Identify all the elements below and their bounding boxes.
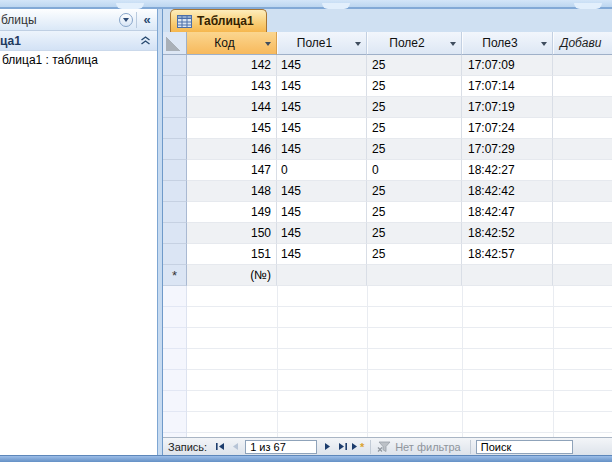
column-header-pole1[interactable]: Поле1 xyxy=(277,32,367,55)
cell-pole2[interactable]: 25 xyxy=(367,76,462,97)
cell-kod[interactable]: 151 xyxy=(187,244,277,265)
new-record-button[interactable]: * xyxy=(350,440,365,454)
record-selector[interactable] xyxy=(163,223,187,244)
cell-pole1[interactable]: 145 xyxy=(277,223,367,244)
previous-record-button[interactable] xyxy=(227,440,242,454)
column-dropdown-icon[interactable] xyxy=(265,42,271,46)
cell-pole1[interactable]: 145 xyxy=(277,118,367,139)
filter-button[interactable] xyxy=(376,440,391,454)
cell-pole2[interactable]: 25 xyxy=(367,118,462,139)
cell-add[interactable] xyxy=(553,181,612,202)
cell-kod[interactable]: 144 xyxy=(187,97,277,118)
column-dropdown-icon[interactable] xyxy=(450,42,456,46)
cell-kod[interactable]: 147 xyxy=(187,160,277,181)
record-selector[interactable] xyxy=(163,97,187,118)
cell-pole3[interactable]: 18:42:27 xyxy=(462,160,553,181)
last-record-button[interactable] xyxy=(335,440,350,454)
cell-pole3[interactable]: 17:07:09 xyxy=(462,55,553,76)
column-header-label: Поле2 xyxy=(389,36,424,50)
cell-kod[interactable]: (№) xyxy=(187,265,277,286)
cell-pole2[interactable]: 25 xyxy=(367,97,462,118)
cell-add[interactable] xyxy=(553,76,612,97)
cell-kod[interactable]: 142 xyxy=(187,55,277,76)
shutter-bar-close-button[interactable]: « xyxy=(137,9,157,30)
cell-add[interactable] xyxy=(553,118,612,139)
cell-kod[interactable]: 145 xyxy=(187,118,277,139)
cell-pole3[interactable]: 18:42:52 xyxy=(462,223,553,244)
column-header-label: Поле1 xyxy=(297,36,332,50)
record-label: Запись: xyxy=(168,441,207,453)
cell-pole3[interactable]: 18:42:47 xyxy=(462,202,553,223)
record-selector[interactable]: * xyxy=(163,265,187,286)
nav-group-header[interactable]: ца1 xyxy=(0,31,157,51)
column-dropdown-icon[interactable] xyxy=(541,42,547,46)
cell-pole3[interactable]: 18:42:42 xyxy=(462,181,553,202)
cell-pole3[interactable]: 17:07:24 xyxy=(462,118,553,139)
record-selector[interactable] xyxy=(163,202,187,223)
cell-pole1[interactable]: 145 xyxy=(277,76,367,97)
cell-pole2[interactable]: 25 xyxy=(367,202,462,223)
cell-pole1[interactable]: 145 xyxy=(277,55,367,76)
nav-pane-header[interactable]: блицы « xyxy=(0,9,157,31)
cell-pole2[interactable]: 25 xyxy=(367,244,462,265)
cell-pole2[interactable]: 0 xyxy=(367,160,462,181)
table-row: 1431452517:07:14 xyxy=(163,76,612,97)
record-selector[interactable] xyxy=(163,55,187,76)
cell-pole1[interactable]: 0 xyxy=(277,160,367,181)
cell-pole1[interactable] xyxy=(277,265,367,286)
column-dropdown-icon[interactable] xyxy=(355,42,361,46)
cell-add[interactable] xyxy=(553,265,612,286)
tab-table1[interactable]: Таблица1 xyxy=(170,9,267,32)
cell-kod[interactable]: 146 xyxy=(187,139,277,160)
cell-add[interactable] xyxy=(553,55,612,76)
cell-add[interactable] xyxy=(553,223,612,244)
cell-pole1[interactable]: 145 xyxy=(277,244,367,265)
cell-pole1[interactable]: 145 xyxy=(277,97,367,118)
cell-add[interactable] xyxy=(553,160,612,181)
record-selector[interactable] xyxy=(163,181,187,202)
cell-kod[interactable]: 150 xyxy=(187,223,277,244)
column-header-add[interactable]: Добави xyxy=(553,32,612,55)
record-selector[interactable] xyxy=(163,160,187,181)
cell-pole1[interactable]: 145 xyxy=(277,181,367,202)
cell-pole2[interactable]: 25 xyxy=(367,139,462,160)
select-all-corner[interactable] xyxy=(163,32,187,55)
cell-kod[interactable]: 149 xyxy=(187,202,277,223)
table-row: 1511452518:42:57 xyxy=(163,244,612,265)
cell-kod[interactable]: 148 xyxy=(187,181,277,202)
cell-add[interactable] xyxy=(553,202,612,223)
new-record-icon xyxy=(351,442,359,451)
cell-pole1[interactable]: 145 xyxy=(277,202,367,223)
cell-pole3[interactable]: 17:07:29 xyxy=(462,139,553,160)
cell-pole2[interactable] xyxy=(367,265,462,286)
column-header-kod[interactable]: Код xyxy=(187,32,277,55)
column-header-label: Код xyxy=(214,36,234,50)
nav-item-table1[interactable]: блица1 : таблица xyxy=(0,51,157,70)
cell-pole1[interactable]: 145 xyxy=(277,139,367,160)
cell-pole3[interactable] xyxy=(462,265,553,286)
column-header-pole2[interactable]: Поле2 xyxy=(367,32,462,55)
cell-pole2[interactable]: 25 xyxy=(367,181,462,202)
record-selector[interactable] xyxy=(163,118,187,139)
next-record-button[interactable] xyxy=(320,440,335,454)
column-header-pole3[interactable]: Поле3 xyxy=(462,32,553,55)
nav-pane-title: блицы xyxy=(1,13,37,27)
cell-pole2[interactable]: 25 xyxy=(367,55,462,76)
chevron-up-icon xyxy=(140,36,151,45)
record-selector[interactable] xyxy=(163,76,187,97)
cell-add[interactable] xyxy=(553,97,612,118)
cell-add[interactable] xyxy=(553,244,612,265)
record-selector[interactable] xyxy=(163,244,187,265)
record-position-box[interactable]: 1 из 67 xyxy=(245,440,317,454)
cell-kod[interactable]: 143 xyxy=(187,76,277,97)
cell-add[interactable] xyxy=(553,139,612,160)
cell-pole3[interactable]: 17:07:19 xyxy=(462,97,553,118)
cell-pole3[interactable]: 18:42:57 xyxy=(462,244,553,265)
nav-pane-menu-button[interactable] xyxy=(116,9,136,30)
cell-pole3[interactable]: 17:07:14 xyxy=(462,76,553,97)
cell-pole2[interactable]: 25 xyxy=(367,223,462,244)
record-selector[interactable] xyxy=(163,139,187,160)
first-record-button[interactable] xyxy=(212,440,227,454)
table-row: 1421452517:07:09 xyxy=(163,55,612,76)
search-input[interactable] xyxy=(476,440,573,454)
